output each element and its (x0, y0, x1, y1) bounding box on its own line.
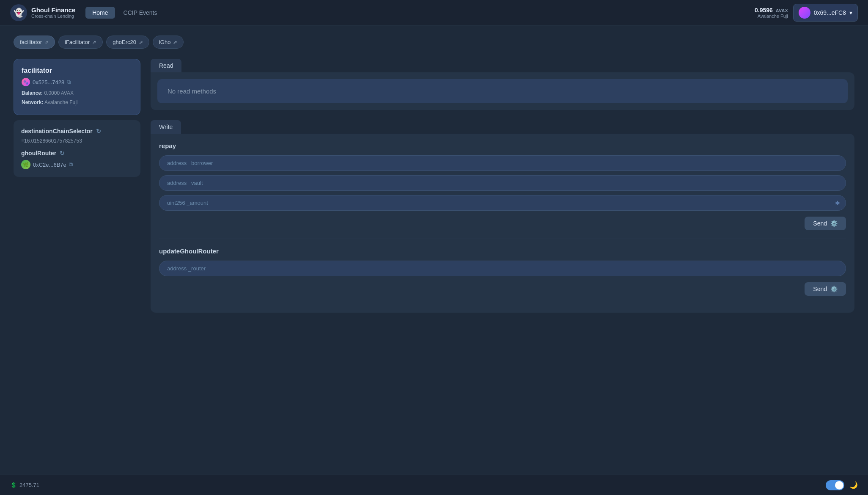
write-content: repay ✱ Send ⚙️ (151, 134, 854, 313)
network-value-text: Avalanche Fuji (44, 99, 78, 105)
nav-home[interactable]: Home (85, 7, 115, 19)
header-right: 0.9596 AVAX Avalanche Fuji 0x69...eFC8 ▾ (755, 4, 858, 22)
copy-router-icon[interactable]: ⧉ (69, 161, 73, 168)
router-name: ghoulRouter ↻ (21, 150, 133, 157)
tab-ifacilitator[interactable]: iFacilitator ⇗ (58, 36, 103, 49)
tab-facilitator-label: facilitator (20, 39, 42, 45)
update-router-send-label: Send (813, 286, 827, 292)
repay-amount-wrapper: ✱ (159, 195, 846, 211)
tab-ifacilitator-label: iFacilitator (65, 39, 90, 45)
refresh-chain-icon[interactable]: ↻ (96, 128, 101, 135)
app-name: Ghoul Finance (31, 6, 75, 14)
read-section: Read No read methods (151, 59, 854, 110)
read-tab[interactable]: Read (151, 59, 181, 72)
repay-borrower-input[interactable] (159, 155, 846, 171)
repay-amount-input[interactable] (159, 195, 846, 211)
method-update-router: updateGhoulRouter Send ⚙️ (159, 239, 846, 296)
balance-unit: AVAX (776, 8, 788, 13)
network-row: Network: Avalanche Fuji (22, 98, 132, 107)
chain-selector-name: destinationChainSelector ↻ (21, 128, 133, 135)
facilitator-meta: Balance: 0.0000 AVAX Network: Avalanche … (22, 89, 132, 107)
update-router-input[interactable] (159, 261, 846, 276)
moon-icon[interactable]: 🌙 (849, 481, 858, 489)
no-methods-box: No read methods (157, 79, 848, 103)
no-methods-text: No read methods (168, 88, 216, 95)
nav-ccip[interactable]: CCIP Events (117, 7, 164, 19)
tab-ghoerc20-label: ghoErc20 (113, 39, 136, 45)
logo-area: 👻 Ghoul Finance Cross-chain Lending (10, 4, 75, 21)
chevron-down-icon: ▾ (849, 9, 852, 16)
refresh-router-icon[interactable]: ↻ (60, 150, 65, 157)
main-nav: Home CCIP Events (85, 7, 755, 19)
app-subtitle: Cross-chain Lending (31, 14, 75, 19)
update-router-send-icon: ⚙️ (830, 286, 838, 292)
write-section: Write repay ✱ (151, 120, 854, 313)
chain-selector-value: ≡16.015286601757825753 (21, 138, 133, 144)
logo-text: Ghoul Finance Cross-chain Lending (31, 6, 75, 19)
balance-display: 0.9596 AVAX (755, 7, 788, 14)
repay-inputs: ✱ (159, 155, 846, 211)
asterisk-icon: ✱ (835, 200, 840, 206)
router-avatar: 🌿 (21, 160, 30, 169)
contract-tabs: facilitator ⇗ iFacilitator ⇗ ghoErc20 ⇗ … (14, 36, 854, 49)
tab-facilitator[interactable]: facilitator ⇗ (14, 36, 55, 49)
update-router-send-button[interactable]: Send ⚙️ (805, 282, 846, 296)
balance-info: 0.9596 AVAX Avalanche Fuji (755, 7, 788, 19)
read-content: No read methods (151, 72, 854, 110)
balance-label: Balance: (22, 90, 43, 96)
chain-selector-card: destinationChainSelector ↻ ≡16.015286601… (14, 120, 140, 177)
chain-value-text: ≡16.015286601757825753 (21, 138, 82, 144)
update-router-inputs (159, 261, 846, 276)
footer-right: 🌙 (826, 480, 858, 490)
update-router-label: updateGhoulRouter (159, 248, 846, 255)
balance-unit-display: AVAX (61, 90, 74, 96)
repay-send-icon: ⚙️ (830, 220, 838, 227)
repay-send-button[interactable]: Send ⚙️ (805, 217, 846, 230)
logo-emoji: 👻 (14, 8, 24, 18)
network-label-text: Network: (22, 99, 43, 105)
wallet-avatar (799, 7, 810, 19)
arrow-icon-3: ⇗ (173, 39, 177, 45)
router-address-row: 🌿 0xC2e...6B7e ⧉ (21, 160, 133, 169)
arrow-icon-2: ⇗ (139, 39, 143, 45)
app-header: 👻 Ghoul Finance Cross-chain Lending Home… (0, 0, 868, 25)
facilitator-name: facilitator (22, 67, 132, 74)
arrow-icon-0: ⇗ (44, 39, 49, 45)
balance-value: 0.9596 (755, 7, 773, 14)
arrow-icon-1: ⇗ (92, 39, 96, 45)
facilitator-address-row: 🐾 0x525...7428 ⧉ (22, 78, 132, 86)
tab-igho-label: iGho (159, 39, 170, 45)
repay-label: repay (159, 142, 846, 149)
chain-selector-label: destinationChainSelector (21, 128, 93, 135)
price-value: 2475.71 (19, 482, 39, 488)
toggle-knob (835, 481, 843, 490)
tab-igho[interactable]: iGho ⇗ (153, 36, 184, 49)
repay-send-label: Send (813, 220, 827, 227)
balance-row: Balance: 0.0000 AVAX (22, 89, 132, 98)
router-label: ghoulRouter (21, 150, 56, 157)
wallet-address: 0x69...eFC8 (814, 9, 846, 16)
facilitator-avatar: 🐾 (22, 78, 30, 86)
wallet-button[interactable]: 0x69...eFC8 ▾ (793, 4, 858, 22)
price-icon: 💲 (10, 482, 17, 488)
repay-vault-input[interactable] (159, 175, 846, 191)
update-router-send-row: Send ⚙️ (159, 282, 846, 296)
left-panel: facilitator 🐾 0x525...7428 ⧉ Balance: 0.… (14, 59, 140, 313)
copy-address-icon[interactable]: ⧉ (67, 79, 71, 85)
tab-ghoerc20[interactable]: ghoErc20 ⇗ (106, 36, 149, 49)
app-logo: 👻 (10, 4, 27, 21)
method-repay: repay ✱ Send ⚙️ (159, 142, 846, 230)
repay-send-row: Send ⚙️ (159, 217, 846, 230)
facilitator-card: facilitator 🐾 0x525...7428 ⧉ Balance: 0.… (14, 59, 140, 115)
theme-toggle[interactable] (826, 480, 844, 490)
content-area: facilitator 🐾 0x525...7428 ⧉ Balance: 0.… (14, 59, 854, 313)
right-panel: Read No read methods Write repay (151, 59, 854, 313)
app-footer: 💲 2475.71 🌙 (0, 475, 868, 495)
price-display: 💲 2475.71 (10, 482, 39, 488)
main-content: facilitator ⇗ iFacilitator ⇗ ghoErc20 ⇗ … (0, 25, 868, 323)
balance-amount: 0.0000 (44, 90, 60, 96)
facilitator-address: 0x525...7428 (33, 79, 64, 85)
router-address: 0xC2e...6B7e (33, 162, 66, 168)
write-tab[interactable]: Write (151, 120, 181, 134)
network-label: Avalanche Fuji (755, 14, 788, 19)
